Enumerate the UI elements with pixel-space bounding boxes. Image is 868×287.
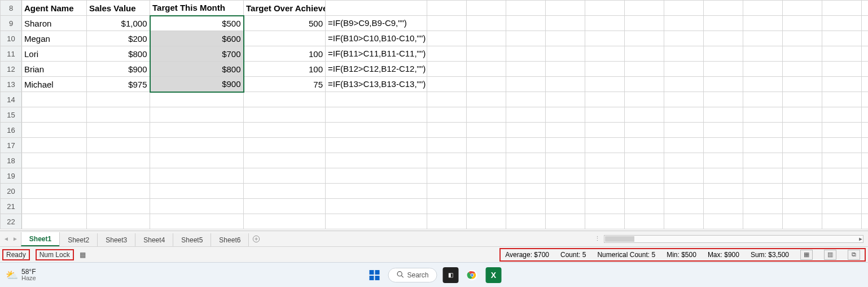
cell-empty[interactable] xyxy=(822,1,862,16)
view-normal-icon[interactable]: ▦ xyxy=(800,250,813,260)
cell-empty[interactable] xyxy=(244,138,326,153)
add-sheet-button[interactable] xyxy=(249,231,264,246)
cell-empty[interactable] xyxy=(467,62,506,77)
cell-empty[interactable] xyxy=(87,107,150,123)
cell-empty[interactable] xyxy=(585,62,625,77)
chrome-app-icon[interactable] xyxy=(464,267,480,283)
cell-empty[interactable] xyxy=(150,214,244,229)
cell-empty[interactable] xyxy=(783,16,822,31)
cell-empty[interactable] xyxy=(625,138,664,153)
cell-sales-value[interactable]: $800 xyxy=(87,46,150,62)
cell-empty[interactable] xyxy=(664,107,704,123)
cell-empty[interactable] xyxy=(664,153,704,168)
cell-empty[interactable] xyxy=(783,199,822,214)
cell-empty[interactable] xyxy=(625,92,664,107)
cell-empty[interactable] xyxy=(326,199,427,214)
cell-empty[interactable] xyxy=(506,123,546,138)
cell-empty[interactable] xyxy=(625,31,664,46)
cell-empty[interactable] xyxy=(585,168,625,184)
cell-empty[interactable] xyxy=(467,107,506,123)
cell-empty[interactable] xyxy=(546,123,585,138)
cell-empty[interactable] xyxy=(326,1,427,16)
cell-header[interactable]: Target This Month xyxy=(150,1,244,16)
row-header[interactable]: 10 xyxy=(1,31,22,46)
cell-empty[interactable] xyxy=(822,77,862,92)
row-header[interactable]: 14 xyxy=(1,92,22,107)
cell-empty[interactable] xyxy=(862,199,869,214)
cell-empty[interactable] xyxy=(664,77,704,92)
cell-empty[interactable] xyxy=(822,16,862,31)
cell-empty[interactable] xyxy=(743,138,783,153)
cell-empty[interactable] xyxy=(862,62,869,77)
cell-empty[interactable] xyxy=(743,1,783,16)
cell-empty[interactable] xyxy=(427,1,467,16)
cell-empty[interactable] xyxy=(743,92,783,107)
cell-empty[interactable] xyxy=(585,123,625,138)
view-page-break-icon[interactable]: ⧉ xyxy=(848,250,860,260)
cell-empty[interactable] xyxy=(467,184,506,199)
cell-empty[interactable] xyxy=(506,16,546,31)
cell-empty[interactable] xyxy=(704,62,743,77)
cell-empty[interactable] xyxy=(506,92,546,107)
cell-empty[interactable] xyxy=(783,1,822,16)
taskbar-search[interactable]: Search xyxy=(388,268,437,282)
cell-empty[interactable] xyxy=(467,168,506,184)
weather-widget[interactable]: ⛅ 58°F Haze xyxy=(6,268,36,281)
cell-empty[interactable] xyxy=(326,184,427,199)
cell-empty[interactable] xyxy=(244,199,326,214)
cell-empty[interactable] xyxy=(704,92,743,107)
cell-empty[interactable] xyxy=(244,214,326,229)
cell-empty[interactable] xyxy=(326,107,427,123)
cell-empty[interactable] xyxy=(22,92,87,107)
cell-formula[interactable]: =IF(B13>C13,B13-C13,"") xyxy=(326,77,427,92)
cell-empty[interactable] xyxy=(506,107,546,123)
row-header[interactable]: 11 xyxy=(1,46,22,62)
cell-empty[interactable] xyxy=(783,123,822,138)
cell-empty[interactable] xyxy=(546,168,585,184)
scroll-thumb[interactable] xyxy=(605,236,634,242)
cell-empty[interactable] xyxy=(664,199,704,214)
cell-empty[interactable] xyxy=(467,123,506,138)
cell-empty[interactable] xyxy=(244,123,326,138)
cell-formula[interactable]: =IF(B9>C9,B9-C9,"") xyxy=(326,16,427,31)
cell-empty[interactable] xyxy=(506,168,546,184)
cell-empty[interactable] xyxy=(506,62,546,77)
cell-empty[interactable] xyxy=(87,123,150,138)
cell-empty[interactable] xyxy=(704,46,743,62)
cell-empty[interactable] xyxy=(664,62,704,77)
cell-sales-value[interactable]: $200 xyxy=(87,31,150,46)
cell-empty[interactable] xyxy=(704,199,743,214)
cell-empty[interactable] xyxy=(506,153,546,168)
cell-empty[interactable] xyxy=(585,92,625,107)
cell-empty[interactable] xyxy=(150,107,244,123)
cell-empty[interactable] xyxy=(862,153,869,168)
cell-empty[interactable] xyxy=(743,168,783,184)
cell-empty[interactable] xyxy=(822,168,862,184)
cell-empty[interactable] xyxy=(87,168,150,184)
cell-empty[interactable] xyxy=(22,138,87,153)
cell-empty[interactable] xyxy=(862,46,869,62)
cell-empty[interactable] xyxy=(585,153,625,168)
cell-header[interactable]: Agent Name xyxy=(22,1,87,16)
cell-empty[interactable] xyxy=(427,16,467,31)
cell-empty[interactable] xyxy=(326,214,427,229)
cell-empty[interactable] xyxy=(664,16,704,31)
cell-agent-name[interactable]: Megan xyxy=(22,31,87,46)
cell-empty[interactable] xyxy=(704,107,743,123)
cell-empty[interactable] xyxy=(87,199,150,214)
cell-empty[interactable] xyxy=(704,168,743,184)
cell-empty[interactable] xyxy=(506,31,546,46)
cell-empty[interactable] xyxy=(467,31,506,46)
cell-empty[interactable] xyxy=(150,92,244,107)
cell-agent-name[interactable]: Michael xyxy=(22,77,87,92)
row-header[interactable]: 15 xyxy=(1,107,22,123)
cell-empty[interactable] xyxy=(427,92,467,107)
cell-empty[interactable] xyxy=(664,31,704,46)
cell-empty[interactable] xyxy=(862,107,869,123)
cell-empty[interactable] xyxy=(625,16,664,31)
cell-empty[interactable] xyxy=(427,214,467,229)
cell-empty[interactable] xyxy=(783,168,822,184)
sheet-tab[interactable]: Sheet1 xyxy=(21,232,60,246)
cell-empty[interactable] xyxy=(506,77,546,92)
cell-empty[interactable] xyxy=(150,138,244,153)
